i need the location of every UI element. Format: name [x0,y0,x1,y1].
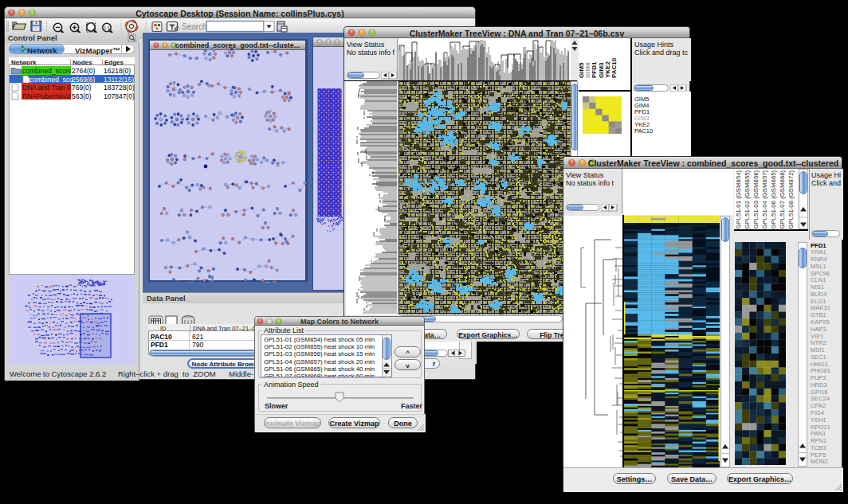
svg-text:PAC10: PAC10 [610,57,618,78]
svg-text:YSH1: YSH1 [811,416,826,424]
svg-text:PAN1: PAN1 [811,430,826,437]
svg-text:MSI1: MSI1 [811,346,825,354]
svg-text:PFD1: PFD1 [811,242,826,249]
svg-text:HAP3: HAP3 [811,326,826,333]
svg-text:Search:: Search: [182,22,209,31]
svg-text:CLN1: CLN1 [811,276,826,283]
svg-text:MON2: MON2 [811,458,828,465]
svg-text:NIS1: NIS1 [811,283,824,291]
svg-text:SPC98: SPC98 [811,270,830,277]
svg-text:YRA1: YRA1 [811,248,826,256]
svg-text:1:1: 1:1 [104,25,110,30]
svg-text:VIP1: VIP1 [811,333,823,340]
svg-text:RNR4: RNR4 [811,256,827,263]
svg-text:GPI16: GPI16 [811,389,828,396]
svg-text:TCB3: TCB3 [811,444,826,451]
svg-text:HRD3: HRD3 [811,381,827,389]
svg-text:PUF3: PUF3 [811,374,826,381]
svg-text:KAP95: KAP95 [811,318,830,326]
svg-text:FIG4: FIG4 [811,409,824,416]
svg-text:GTB1: GTB1 [811,311,826,318]
svg-text:HMG1: HMG1 [811,361,828,368]
svg-text:PHO81: PHO81 [811,367,830,374]
svg-text:SEC24: SEC24 [811,395,830,402]
svg-text:SEC1: SEC1 [811,354,826,361]
svg-text:MAK31: MAK31 [811,304,830,311]
svg-text:CPA2: CPA2 [811,402,826,409]
svg-text:RPN1: RPN1 [811,437,826,444]
svg-text:PEP5: PEP5 [811,451,826,459]
svg-text:NTR2: NTR2 [811,339,826,346]
svg-text:ELG1: ELG1 [811,298,826,305]
svg-text:RPO21: RPO21 [811,424,830,431]
svg-text:MSL1: MSL1 [811,263,826,270]
svg-text:BUD4: BUD4 [811,291,826,298]
